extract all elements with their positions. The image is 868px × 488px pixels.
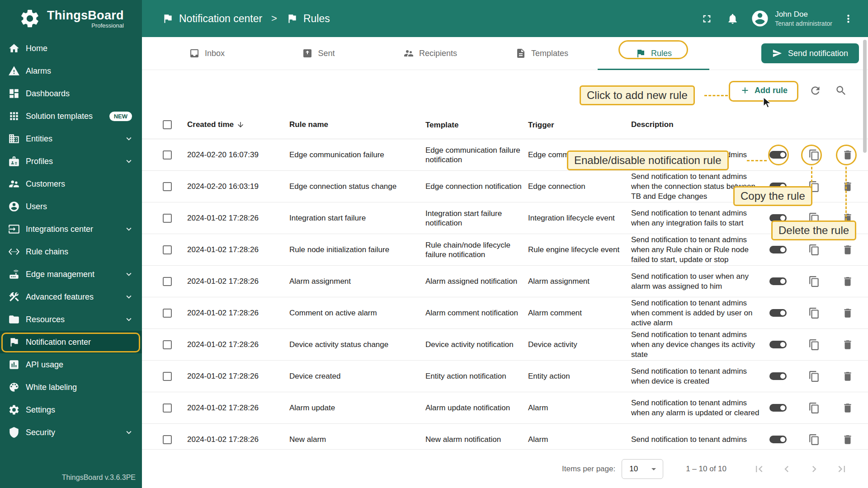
table-row[interactable]: 2024-02-20 16:07:39 Edge communication f… (142, 139, 868, 171)
row-checkbox[interactable] (163, 435, 172, 444)
column-template[interactable]: Template (425, 120, 528, 130)
items-per-page-select[interactable]: 10 (622, 459, 663, 479)
row-checkbox[interactable] (163, 245, 172, 254)
delete-rule-icon[interactable] (842, 212, 854, 224)
copy-rule-icon[interactable] (808, 434, 820, 446)
copy-rule-icon[interactable] (808, 339, 820, 351)
tab-rules[interactable]: Rules (598, 37, 709, 70)
copy-rule-icon[interactable] (808, 212, 820, 224)
sidebar-item-advanced-features[interactable]: Advanced features (0, 286, 142, 308)
sidebar-item-dashboards[interactable]: Dashboards (0, 82, 142, 105)
rule-enabled-toggle[interactable] (769, 151, 787, 159)
send-notification-button[interactable]: Send notification (761, 43, 859, 63)
delete-rule-icon[interactable] (842, 339, 854, 351)
delete-rule-icon[interactable] (842, 149, 854, 161)
column-description[interactable]: Description (631, 120, 767, 130)
row-checkbox[interactable] (163, 150, 172, 160)
warning-icon (8, 65, 20, 77)
sidebar-item-settings[interactable]: Settings (0, 399, 142, 421)
sidebar-item-home[interactable]: Home (0, 37, 142, 60)
sidebar-item-users[interactable]: Users (0, 195, 142, 218)
row-checkbox[interactable] (163, 404, 172, 413)
column-created-time[interactable]: Created time (187, 120, 289, 129)
table-row[interactable]: 2024-01-02 17:28:26 Rule node initializa… (142, 234, 868, 266)
table-row[interactable]: 2024-01-02 17:28:26 Alarm assignment Ala… (142, 266, 868, 297)
row-checkbox[interactable] (163, 182, 172, 191)
delete-rule-icon[interactable] (842, 244, 854, 256)
column-rule-name[interactable]: Rule name (289, 120, 425, 129)
sidebar-item-entities[interactable]: Entities (0, 127, 142, 150)
rule-enabled-toggle[interactable] (769, 246, 787, 253)
copy-rule-icon[interactable] (808, 181, 820, 192)
row-checkbox[interactable] (163, 309, 172, 318)
copy-rule-icon[interactable] (808, 402, 820, 414)
rule-enabled-toggle[interactable] (769, 309, 787, 317)
user-role: Tenant administrator (775, 19, 832, 28)
table-row[interactable]: 2024-01-02 17:28:26 Comment on active al… (142, 297, 868, 329)
row-checkbox[interactable] (163, 372, 172, 381)
copy-rule-icon[interactable] (808, 149, 820, 161)
rule-enabled-toggle[interactable] (769, 436, 787, 443)
search-icon[interactable] (835, 84, 847, 97)
sidebar-item-api-usage[interactable]: API usage (0, 353, 142, 376)
next-page-button[interactable] (808, 463, 821, 475)
rule-enabled-toggle[interactable] (769, 341, 787, 348)
sidebar-item-integrations-center[interactable]: Integrations center (0, 218, 142, 240)
copy-rule-icon[interactable] (808, 276, 820, 287)
rule-enabled-toggle[interactable] (769, 372, 787, 380)
notifications-bell-icon[interactable] (726, 13, 739, 25)
delete-rule-icon[interactable] (842, 371, 854, 382)
select-all-checkbox[interactable] (163, 120, 172, 129)
sidebar-item-rule-chains[interactable]: Rule chains (0, 240, 142, 263)
last-page-button[interactable] (835, 463, 848, 475)
delete-rule-icon[interactable] (842, 307, 854, 319)
table-row[interactable]: 2024-01-02 17:28:26 Integration start fa… (142, 202, 868, 234)
main-area: Notification center > Rules John Doe Ten… (142, 0, 868, 488)
add-rule-button[interactable]: Add rule (732, 81, 796, 100)
sidebar-item-solution-templates[interactable]: Solution templatesNEW (0, 105, 142, 127)
sort-desc-icon[interactable] (236, 121, 245, 129)
delete-rule-icon[interactable] (842, 276, 854, 287)
table-row[interactable]: 2024-01-02 17:28:26 New alarm New alarm … (142, 424, 868, 449)
copy-rule-icon[interactable] (808, 371, 820, 382)
tab-inbox[interactable]: Inbox (151, 37, 263, 70)
row-checkbox[interactable] (163, 214, 172, 223)
sidebar-item-white-labeling[interactable]: White labeling (0, 376, 142, 399)
avatar[interactable] (750, 9, 769, 28)
refresh-icon[interactable] (809, 84, 821, 97)
rule-enabled-toggle[interactable] (769, 404, 787, 412)
row-checkbox[interactable] (163, 340, 172, 349)
delete-rule-icon[interactable] (842, 434, 854, 446)
sidebar-item-edge-management[interactable]: Edge management (0, 263, 142, 286)
sidebar-item-profiles[interactable]: Profiles (0, 150, 142, 173)
tab-recipients[interactable]: Recipients (374, 37, 486, 70)
user-info[interactable]: John Doe Tenant administrator (775, 9, 832, 28)
sidebar-item-notification-center[interactable]: Notification center (0, 331, 142, 353)
breadcrumb-notification-center[interactable]: Notification center (179, 13, 262, 25)
table-row[interactable]: 2024-02-20 16:03:19 Edge connection stat… (142, 171, 868, 202)
app-logo[interactable]: ThingsBoard Professional (0, 0, 142, 37)
copy-rule-icon[interactable] (808, 307, 820, 319)
rule-enabled-toggle[interactable] (769, 183, 787, 190)
delete-rule-icon[interactable] (842, 181, 854, 192)
prev-page-button[interactable] (780, 463, 793, 475)
copy-rule-icon[interactable] (808, 244, 820, 256)
row-checkbox[interactable] (163, 277, 172, 286)
sidebar-item-customers[interactable]: Customers (0, 173, 142, 195)
badge-icon (8, 155, 20, 167)
table-row[interactable]: 2024-01-02 17:28:26 Device created Entit… (142, 361, 868, 392)
tab-sent[interactable]: Sent (263, 37, 374, 70)
rule-enabled-toggle[interactable] (769, 214, 787, 222)
delete-rule-icon[interactable] (842, 402, 854, 414)
first-page-button[interactable] (753, 463, 765, 475)
table-row[interactable]: 2024-01-02 17:28:26 Alarm update Alarm u… (142, 392, 868, 424)
rule-enabled-toggle[interactable] (769, 277, 787, 285)
sidebar-item-security[interactable]: Security (0, 421, 142, 444)
fullscreen-icon[interactable] (701, 13, 713, 25)
table-row[interactable]: 2024-01-02 17:28:26 Device activity stat… (142, 329, 868, 361)
column-trigger[interactable]: Trigger (528, 120, 631, 130)
tab-templates[interactable]: Templates (486, 37, 598, 70)
sidebar-item-resources[interactable]: Resources (0, 308, 142, 331)
sidebar-item-alarms[interactable]: Alarms (0, 60, 142, 82)
more-menu-icon[interactable] (842, 13, 854, 25)
